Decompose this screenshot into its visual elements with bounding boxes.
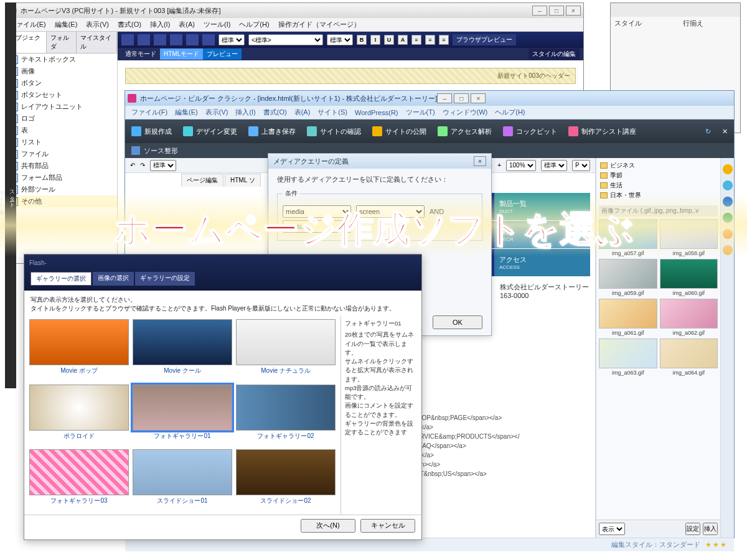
obj-other[interactable]: その他 xyxy=(6,195,117,207)
obj-textbox[interactable]: テキストボックス xyxy=(6,54,117,65)
font-select[interactable]: 標準 xyxy=(150,160,176,171)
gallery-option[interactable]: Movie ナチュラル xyxy=(236,319,336,381)
obj-file[interactable]: ファイル xyxy=(6,148,117,160)
menu-item[interactable]: ヘルプ(H) xyxy=(495,108,525,117)
gallery-option[interactable]: Movie ポップ xyxy=(29,319,129,381)
italic-button[interactable]: I xyxy=(370,35,380,45)
info-icon[interactable] xyxy=(723,180,733,190)
thumb-item[interactable]: img_a063.gif xyxy=(599,338,657,376)
thumb-item[interactable]: img_a059.gif xyxy=(599,259,657,296)
mode-normal[interactable]: 通常モード xyxy=(121,49,160,60)
obj-list[interactable]: リスト xyxy=(6,136,117,148)
menu-item[interactable]: 書式(O) xyxy=(263,108,287,117)
favorite-icon[interactable] xyxy=(723,164,733,174)
browser-preview-button[interactable]: ブラウザプレビュー xyxy=(453,34,516,45)
maximize-button[interactable]: □ xyxy=(454,93,469,103)
menu-item[interactable]: 表(A) xyxy=(294,108,311,117)
align-right-icon[interactable]: ≡ xyxy=(439,35,449,45)
menu-item[interactable]: 操作ガイド（マイページ） xyxy=(278,20,360,29)
menu-item[interactable]: 表示(V) xyxy=(205,108,228,117)
tree-node[interactable]: 日本・世界 xyxy=(600,190,716,200)
titlebar-v3[interactable]: ホームページV3 (PC用サイト) - 新規サイト003 [編集済み:未保存] … xyxy=(6,3,583,18)
obj-logo[interactable]: ロゴ xyxy=(6,113,117,124)
menu-item[interactable]: 編集(E) xyxy=(55,20,78,29)
font-select[interactable]: 標準 xyxy=(218,34,245,45)
tag-select[interactable]: 標準 xyxy=(541,160,567,171)
page-header-placeholder[interactable]: 新規サイト003のヘッダー xyxy=(125,68,576,84)
obj-external[interactable]: 外部ツール xyxy=(6,184,117,195)
ribbon-design[interactable]: デザイン変更 xyxy=(183,126,237,136)
crumb-select-gallery[interactable]: ギャラリーの選択 xyxy=(31,272,92,286)
menu-item[interactable]: ウィンドウ(W) xyxy=(443,108,488,117)
undo-icon[interactable]: ↶ xyxy=(130,162,135,169)
menu-item[interactable]: サイト(S) xyxy=(317,108,347,117)
obj-layout[interactable]: レイアウトユニット xyxy=(6,101,117,113)
menu-item[interactable]: 書式(O) xyxy=(118,20,141,29)
v3-canvas[interactable]: 新規サイト003のヘッダー xyxy=(118,60,583,91)
thumb-item[interactable]: img_a064.gif xyxy=(660,338,718,376)
thumb-item[interactable]: img_a060.gif xyxy=(660,259,718,296)
obj-shared[interactable]: 共有部品 xyxy=(6,160,117,172)
gallery-option[interactable]: フォトギャラリー02 xyxy=(236,385,336,446)
menu-item[interactable]: 表(A) xyxy=(179,20,195,29)
insert-button[interactable]: 挿入 xyxy=(703,523,718,535)
menu-item[interactable]: WordPress(R) xyxy=(355,109,398,116)
paste-icon[interactable] xyxy=(170,34,182,45)
gallery-option[interactable]: スライドショー02 xyxy=(236,449,336,511)
menu-item[interactable]: ツール(I) xyxy=(204,20,230,29)
folder-icon[interactable] xyxy=(723,245,733,255)
source-format-label[interactable]: ソース整形 xyxy=(144,146,178,156)
obj-button[interactable]: ボタン xyxy=(6,77,117,89)
thumb-item[interactable]: img_a062.gif xyxy=(660,299,718,336)
menu-item[interactable]: ツール(T) xyxy=(406,108,435,117)
dialog-titlebar[interactable]: メディアクエリーの定義 × xyxy=(268,154,491,169)
media-icon[interactable] xyxy=(723,229,733,239)
ribbon-publish[interactable]: サイトの公開 xyxy=(372,126,426,136)
size-select[interactable]: <標準> xyxy=(248,34,323,45)
show-select[interactable]: 表示 xyxy=(599,523,625,535)
cut-icon[interactable] xyxy=(138,34,150,45)
ribbon-refresh-icon[interactable]: ↻ xyxy=(705,128,711,136)
word-icon[interactable] xyxy=(723,197,733,207)
save-icon[interactable] xyxy=(121,34,134,45)
nav-access[interactable]: アクセスACCESS xyxy=(492,249,590,276)
underline-button[interactable]: U xyxy=(384,35,394,45)
obj-form[interactable]: フォーム部品 xyxy=(6,172,117,184)
mode-preview[interactable]: プレビュー xyxy=(203,49,242,60)
nav-products[interactable]: 製品一覧DUCT xyxy=(492,193,590,220)
ribbon-cockpit[interactable]: コックピット xyxy=(503,126,557,136)
cancel-button[interactable]: キャンセル xyxy=(360,519,415,533)
menu-item[interactable]: ヘルプ(H) xyxy=(239,20,269,29)
side-tab-start[interactable]: スタート xyxy=(8,185,16,206)
zoom-in-icon[interactable]: + xyxy=(497,162,501,169)
maximize-button[interactable]: □ xyxy=(549,6,564,16)
globe-icon[interactable] xyxy=(723,213,733,223)
undo-icon[interactable] xyxy=(186,34,199,45)
align-left-icon[interactable]: ≡ xyxy=(411,35,421,45)
ok-button[interactable]: OK xyxy=(433,315,482,329)
nav-recruit[interactable]: 採用RECR xyxy=(492,221,590,248)
thumb-item[interactable]: img_a057.gif xyxy=(599,219,657,256)
redo-icon[interactable]: ↷ xyxy=(140,162,145,169)
ribbon-check[interactable]: サイトの確認 xyxy=(307,126,361,136)
ribbon-assist[interactable]: 制作アシスト講座 xyxy=(568,126,636,136)
menu-item[interactable]: 挿入(I) xyxy=(150,20,170,29)
orientation-select[interactable]: landsc xyxy=(283,220,351,233)
gallery-option-selected[interactable]: フォトギャラリー01 xyxy=(133,385,232,446)
tab-mystyle[interactable]: マイスタイル xyxy=(77,32,118,53)
style-select[interactable]: 標準 xyxy=(327,34,353,45)
ribbon-new[interactable]: 新規作成 xyxy=(131,126,172,136)
menu-item[interactable]: 表示(V) xyxy=(86,20,109,29)
close-button[interactable]: × xyxy=(566,6,581,16)
tree-node[interactable]: 季節 xyxy=(600,170,716,180)
fontcolor-button[interactable]: A xyxy=(398,35,408,45)
close-icon[interactable]: × xyxy=(474,156,486,166)
tree-node[interactable]: 生活 xyxy=(600,180,716,190)
gallery-option[interactable]: Movie クール xyxy=(133,319,232,381)
copy-icon[interactable] xyxy=(154,34,166,45)
crumb-gallery-settings[interactable]: ギャラリーの設定 xyxy=(135,272,195,286)
gallery-option[interactable]: フォトギャラリー03 xyxy=(29,449,129,511)
tab-folder[interactable]: フォルダ xyxy=(47,32,77,53)
thumb-item[interactable]: img_a061.gif xyxy=(599,299,657,336)
thumb-item[interactable]: img_a058.gif xyxy=(660,219,718,256)
